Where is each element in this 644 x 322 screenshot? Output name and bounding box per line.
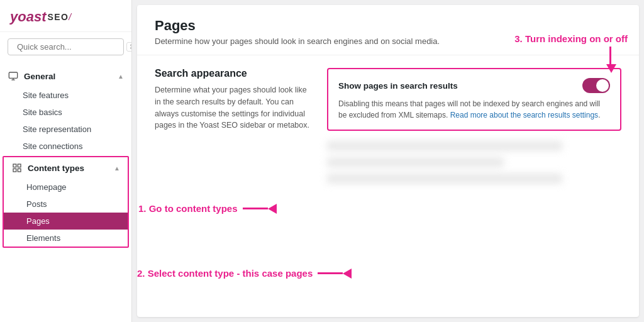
svg-rect-6 — [18, 164, 21, 167]
sidebar-item-pages[interactable]: Pages — [4, 213, 128, 230]
sidebar-item-site-connections[interactable]: Site connections — [0, 138, 131, 155]
nav-section: General ▲ Site features Site basics Site… — [0, 65, 131, 322]
sidebar-item-homepage[interactable]: Homepage — [4, 179, 128, 196]
content-types-label: Content types — [28, 164, 84, 173]
sidebar: yoast SEO/ ⌘K General ▲ Site features Si… — [0, 0, 132, 322]
chevron-up-icon: ▲ — [118, 73, 124, 80]
svg-rect-8 — [18, 169, 21, 172]
general-label: General — [24, 72, 55, 81]
content-types-icon — [11, 162, 23, 174]
sidebar-item-posts[interactable]: Posts — [4, 196, 128, 213]
general-icon — [8, 70, 19, 82]
brand-name: yoast — [10, 9, 46, 25]
blurred-section — [327, 141, 621, 191]
nav-group-content-types[interactable]: Content types ▲ — [4, 157, 128, 179]
sidebar-item-elements[interactable]: Elements — [4, 230, 128, 247]
nav-group-general[interactable]: General ▲ — [0, 65, 131, 87]
page-body: Search appearance Determine what your pa… — [137, 55, 639, 204]
toggle-desc: Disabling this means that pages will not… — [338, 98, 610, 121]
toggle-switch[interactable]: ✓ — [582, 78, 610, 93]
section-desc: Determine what your pages should look li… — [155, 84, 312, 131]
search-appearance-section: Search appearance Determine what your pa… — [155, 68, 312, 191]
blur-row-3 — [327, 174, 562, 184]
search-shortcut: ⌘K — [126, 42, 132, 52]
svg-rect-2 — [9, 72, 17, 78]
svg-rect-7 — [13, 169, 16, 172]
blur-row-1 — [327, 141, 562, 151]
search-box[interactable]: ⌘K — [8, 38, 124, 55]
read-more-link[interactable]: Read more about the search results setti… — [450, 111, 598, 119]
main-content: Pages Determine how your pages should lo… — [137, 5, 639, 317]
content-types-chevron-icon: ▲ — [114, 165, 120, 172]
brand-logo: yoast SEO/ — [10, 9, 121, 25]
general-sub-items: Site features Site basics Site represent… — [0, 87, 131, 155]
section-title: Search appearance — [155, 68, 312, 79]
toggle-label: Show pages in search results — [338, 81, 458, 91]
logo-area: yoast SEO/ — [0, 0, 131, 32]
page-subtitle: Determine how your pages should look in … — [155, 36, 621, 46]
page-header: Pages Determine how your pages should lo… — [137, 5, 639, 55]
content-types-group: Content types ▲ Homepage Posts Pages Ele… — [3, 156, 129, 248]
blur-row-2 — [327, 157, 504, 167]
svg-rect-5 — [13, 164, 16, 167]
check-mark-icon: ✓ — [600, 80, 606, 89]
seo-label: SEO/ — [47, 12, 72, 22]
search-input[interactable] — [17, 42, 123, 52]
sidebar-item-site-features[interactable]: Site features — [0, 87, 131, 104]
toggle-card: Show pages in search results ✓ Disabling… — [327, 68, 621, 131]
sidebar-item-site-representation[interactable]: Site representation — [0, 121, 131, 138]
sidebar-item-site-basics[interactable]: Site basics — [0, 104, 131, 121]
page-title: Pages — [155, 18, 621, 34]
toggle-card-header: Show pages in search results ✓ — [338, 78, 610, 93]
content-types-sub-items: Homepage Posts Pages Elements — [4, 179, 128, 247]
